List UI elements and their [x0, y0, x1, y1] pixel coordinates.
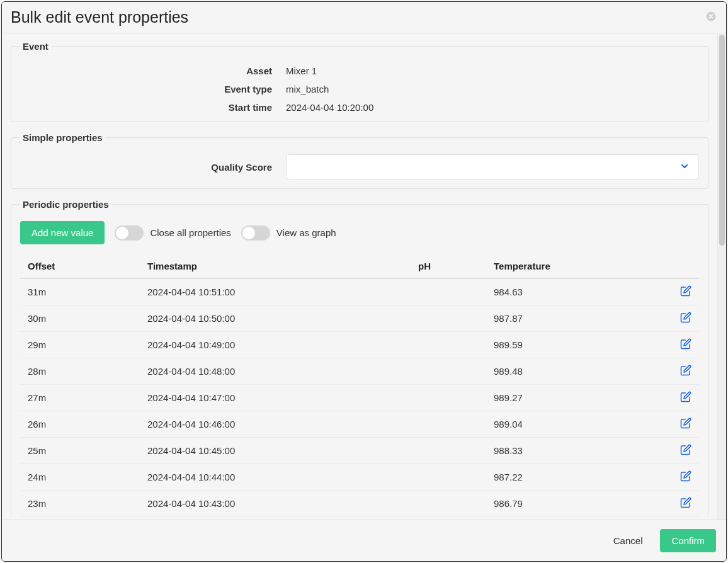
cell-temperature: 989.48 [486, 358, 673, 385]
cell-ph [411, 438, 486, 464]
cell-temperature: 989.59 [486, 332, 673, 358]
close-all-toggle-wrap: Close all properties [115, 225, 230, 241]
cell-offset: 25m [20, 438, 140, 464]
event-grid: Asset Mixer 1 Event type mix_batch Start… [20, 59, 699, 113]
edit-row-button[interactable] [680, 365, 691, 378]
cell-timestamp: 2024-04-04 10:50:00 [140, 305, 411, 332]
table-row: 30m2024-04-04 10:50:00987.87 [20, 305, 699, 332]
quality-score-select[interactable] [286, 154, 699, 179]
view-as-graph-toggle[interactable] [241, 225, 270, 241]
cell-action [673, 491, 699, 517]
edit-icon [680, 285, 691, 299]
cancel-button[interactable]: Cancel [602, 529, 654, 552]
periodic-legend: Periodic properties [20, 199, 111, 210]
asset-value: Mixer 1 [286, 65, 699, 76]
column-ph: pH [411, 254, 486, 278]
table-row: 25m2024-04-04 10:45:00988.33 [20, 438, 699, 464]
cell-offset: 31m [20, 278, 140, 305]
cell-action [673, 438, 699, 464]
table-row: 23m2024-04-04 10:43:00986.79 [20, 491, 699, 517]
cell-action [673, 385, 699, 411]
chevron-down-icon [680, 161, 690, 173]
view-as-graph-label: View as graph [276, 227, 336, 238]
confirm-button[interactable]: Confirm [660, 529, 716, 552]
bulk-edit-dialog: Bulk edit event properties Event Asset M… [1, 1, 727, 562]
periodic-properties-fieldset: Periodic properties Add new value Close … [11, 199, 708, 517]
simple-legend: Simple properties [20, 132, 105, 143]
dialog-title: Bulk edit event properties [11, 8, 188, 26]
cell-offset: 27m [20, 385, 140, 411]
cell-offset: 28m [20, 358, 140, 385]
close-button[interactable] [705, 11, 717, 24]
cell-timestamp: 2024-04-04 10:48:00 [140, 358, 411, 385]
scrollbar[interactable] [717, 33, 726, 520]
cell-action [673, 358, 699, 385]
cell-ph [411, 305, 486, 332]
cell-temperature: 984.63 [486, 278, 673, 305]
edit-icon [680, 312, 691, 325]
cell-action [673, 464, 699, 491]
periodic-controls: Add new value Close all properties View … [20, 217, 699, 254]
cell-offset: 26m [20, 411, 140, 438]
table-row: 29m2024-04-04 10:49:00989.59 [20, 332, 699, 358]
cell-temperature: 989.04 [486, 411, 673, 438]
edit-row-button[interactable] [680, 391, 691, 404]
cell-offset: 24m [20, 464, 140, 491]
edit-row-button[interactable] [680, 444, 691, 457]
table-row: 26m2024-04-04 10:46:00989.04 [20, 411, 699, 438]
column-action [673, 254, 699, 278]
cell-timestamp: 2024-04-04 10:49:00 [140, 332, 411, 358]
edit-row-button[interactable] [680, 497, 691, 510]
edit-row-button[interactable] [680, 418, 691, 431]
table-row: 28m2024-04-04 10:48:00989.48 [20, 358, 699, 385]
cell-offset: 29m [20, 332, 140, 358]
dialog-footer: Cancel Confirm [2, 520, 726, 561]
close-all-toggle[interactable] [115, 225, 144, 241]
edit-row-button[interactable] [680, 470, 691, 484]
cell-offset: 30m [20, 305, 140, 332]
simple-properties-fieldset: Simple properties Quality Score [11, 132, 708, 189]
edit-icon [680, 338, 691, 351]
table-row: 24m2024-04-04 10:44:00987.22 [20, 464, 699, 491]
cell-timestamp: 2024-04-04 10:51:00 [140, 278, 411, 305]
edit-icon [680, 365, 691, 378]
quality-score-label: Quality Score [20, 162, 272, 173]
cell-temperature: 987.22 [486, 464, 673, 491]
cell-temperature: 989.27 [486, 385, 673, 411]
table-body: 31m2024-04-04 10:51:00984.6330m2024-04-0… [20, 278, 699, 517]
cell-action [673, 411, 699, 438]
cell-timestamp: 2024-04-04 10:45:00 [140, 438, 411, 464]
table-row: 27m2024-04-04 10:47:00989.27 [20, 385, 699, 411]
quality-score-row: Quality Score [20, 151, 699, 179]
cell-ph [411, 358, 486, 385]
dialog-body: Event Asset Mixer 1 Event type mix_batch… [2, 33, 717, 520]
cell-offset: 23m [20, 491, 140, 517]
column-offset: Offset [20, 254, 140, 278]
cell-action [673, 332, 699, 358]
cell-timestamp: 2024-04-04 10:43:00 [140, 491, 411, 517]
dialog-header: Bulk edit event properties [2, 2, 726, 33]
table-header: Offset Timestamp pH Temperature [20, 254, 699, 278]
dialog-body-wrap: Event Asset Mixer 1 Event type mix_batch… [2, 33, 726, 520]
event-fieldset: Event Asset Mixer 1 Event type mix_batch… [11, 41, 708, 122]
cell-action [673, 278, 699, 305]
edit-icon [680, 470, 691, 484]
start-time-value: 2024-04-04 10:20:00 [286, 102, 699, 113]
cell-ph [411, 491, 486, 517]
table-row: 31m2024-04-04 10:51:00984.63 [20, 278, 699, 305]
add-new-value-button[interactable]: Add new value [20, 221, 105, 244]
cell-action [673, 305, 699, 332]
cell-ph [411, 332, 486, 358]
start-time-label: Start time [20, 102, 272, 113]
event-type-label: Event type [20, 84, 272, 94]
scrollbar-thumb[interactable] [719, 35, 725, 246]
event-type-value: mix_batch [286, 84, 699, 94]
cell-ph [411, 278, 486, 305]
edit-row-button[interactable] [680, 312, 691, 325]
event-legend: Event [20, 41, 51, 52]
cell-ph [411, 385, 486, 411]
edit-row-button[interactable] [680, 338, 691, 351]
cell-timestamp: 2024-04-04 10:47:00 [140, 385, 411, 411]
cell-ph [411, 411, 486, 438]
edit-row-button[interactable] [680, 285, 691, 299]
